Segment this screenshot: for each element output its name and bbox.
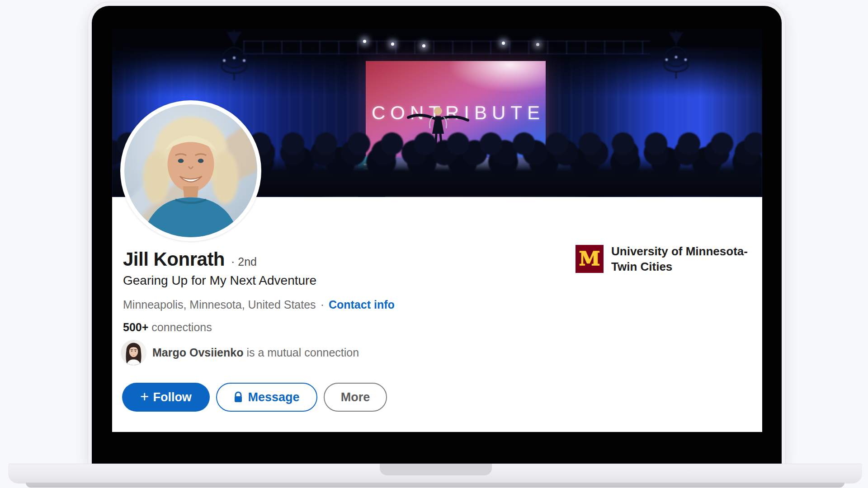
mutual-name: Margo Ovsiienko: [152, 346, 243, 359]
more-label: More: [341, 390, 370, 404]
mutual-connection-link[interactable]: Margo Ovsiienko is a mutual connection: [121, 340, 359, 365]
chandelier-right: [652, 29, 700, 92]
school-name: University of Minnesota- Twin Cities: [611, 244, 748, 274]
banner-light-truss: [243, 41, 650, 54]
action-buttons: + Follow Message More: [122, 383, 387, 412]
follow-button[interactable]: + Follow: [122, 383, 210, 412]
location-separator: ·: [321, 298, 324, 311]
connections-count: 500+: [123, 321, 148, 333]
name-row: Jill Konrath · 2nd: [123, 249, 257, 270]
school-name-line2: Twin Cities: [611, 259, 748, 274]
base-shadow-strip: [26, 483, 844, 488]
stage-light: [502, 42, 505, 45]
mutual-connection-text: Margo Ovsiienko is a mutual connection: [152, 346, 359, 359]
follow-label: Follow: [153, 390, 191, 404]
laptop-base: [8, 464, 862, 483]
laptop-screen-bezel: CONTRIBUTE: [92, 6, 782, 464]
stage-light: [363, 40, 366, 43]
location-text: Minneapolis, Minnesota, United States: [123, 298, 316, 311]
location-row: Minneapolis, Minnesota, United States · …: [123, 298, 395, 311]
base-notch: [380, 464, 492, 475]
stage-light: [391, 42, 394, 46]
school-name-line1: University of Minnesota-: [611, 244, 748, 259]
profile-name: Jill Konrath: [123, 249, 225, 270]
mutual-suffix: is a mutual connection: [246, 346, 359, 359]
degree-badge: · 2nd: [231, 255, 257, 268]
chandelier-left: [209, 30, 259, 93]
profile-photo-image: [124, 104, 257, 237]
profile-headline: Gearing Up for My Next Adventure: [123, 273, 316, 288]
stage-light: [536, 43, 539, 46]
laptop-frame: CONTRIBUTE: [88, 2, 786, 464]
linkedin-profile-page: CONTRIBUTE: [112, 29, 762, 432]
message-label: Message: [248, 390, 299, 404]
connections-link[interactable]: 500+ connections: [123, 321, 212, 334]
contact-info-link[interactable]: Contact info: [329, 298, 395, 311]
umn-block-m-logo: M: [576, 245, 604, 273]
lock-icon: [234, 391, 243, 403]
laptop-mockup: CONTRIBUTE: [0, 0, 868, 488]
mutual-avatar-image: [121, 340, 146, 365]
connections-label: connections: [151, 321, 212, 333]
more-button[interactable]: More: [324, 383, 387, 412]
profile-photo[interactable]: [120, 100, 261, 241]
message-button[interactable]: Message: [216, 383, 317, 412]
education-entry[interactable]: M University of Minnesota- Twin Cities: [576, 245, 748, 274]
svg-text:M: M: [579, 248, 600, 270]
stage-light: [422, 44, 425, 47]
mutual-avatar: [121, 340, 146, 365]
